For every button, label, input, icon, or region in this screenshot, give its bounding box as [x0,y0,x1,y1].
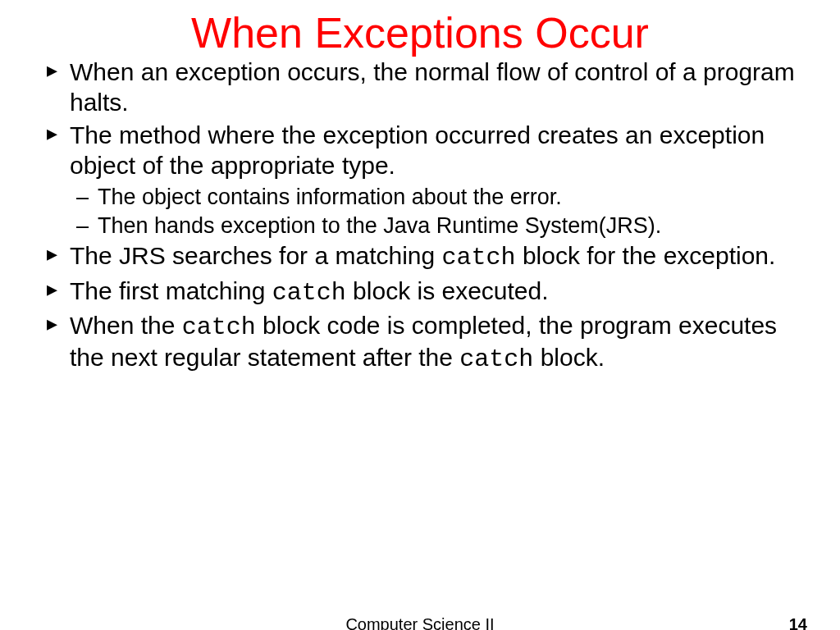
slide-title: When Exceptions Occur [0,0,840,57]
bullet-item: When an exception occurs, the normal flo… [45,57,807,117]
bullet-item: The first matching catch block is execut… [45,276,807,308]
sub-bullet-text: Then hands exception to the Java Runtime… [98,213,661,238]
bullet-text-part: The JRS searches for a matching [70,242,442,269]
code-text: catch [459,345,533,373]
code-text: catch [442,244,516,272]
bullet-item: The JRS searches for a matching catch bl… [45,241,807,273]
slide: When Exceptions Occur When an exception … [0,0,840,630]
bullet-text-part: The first matching [70,277,272,304]
bullet-item: The method where the exception occurred … [45,121,807,180]
sub-bullet-text: The object contains information about th… [98,185,562,209]
bullet-text-part: block is executed. [346,277,549,304]
bullet-text-part: block for the exception. [516,242,776,269]
code-text: catch [182,313,256,341]
code-text: catch [272,279,346,307]
bullet-text-part: When the [70,312,182,339]
sub-bullet-item: Then hands exception to the Java Runtime… [45,212,807,240]
footer-course: Computer Science II [0,615,840,630]
footer-page-number: 14 [789,615,807,630]
sub-bullet-item: The object contains information about th… [45,184,807,211]
slide-content: When an exception occurs, the normal flo… [0,57,840,375]
bullet-text: The method where the exception occurred … [70,121,765,179]
bullet-text-part: block. [533,344,605,371]
bullet-text: When an exception occurs, the normal flo… [70,58,795,116]
bullet-item: When the catch block code is completed, … [45,311,807,374]
